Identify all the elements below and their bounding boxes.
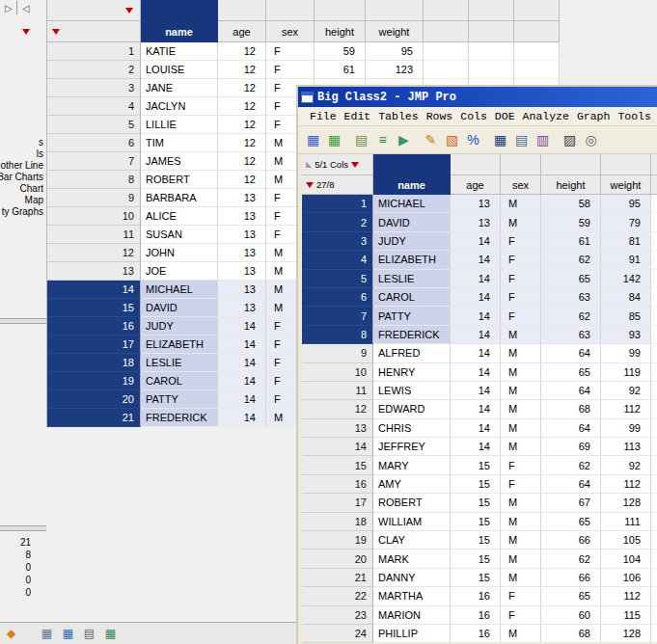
cell-empty[interactable]: [651, 195, 657, 213]
menu-item[interactable]: Graph: [573, 108, 615, 124]
row-number[interactable]: 6: [47, 134, 141, 152]
column-header-sex[interactable]: sex: [501, 175, 541, 195]
cell-sex[interactable]: M: [501, 195, 541, 213]
cell-height[interactable]: 64: [541, 475, 601, 494]
cell-name[interactable]: HENRY: [373, 363, 451, 382]
row-number[interactable]: 6: [302, 288, 373, 307]
column-header-sex[interactable]: sex: [266, 21, 315, 42]
cell-height[interactable]: 68: [541, 400, 601, 418]
cell-age[interactable]: 14: [451, 363, 501, 382]
cell-name[interactable]: MICHAEL: [141, 281, 218, 299]
rows-menu-triangle-icon[interactable]: [52, 29, 60, 35]
cell-weight[interactable]: 95: [601, 195, 651, 213]
cell-name[interactable]: MARION: [373, 606, 451, 625]
cell-empty[interactable]: [651, 270, 657, 288]
cell-name[interactable]: CHRIS: [373, 419, 451, 438]
cell-weight[interactable]: 113: [601, 438, 651, 456]
row-number[interactable]: 3: [47, 79, 141, 97]
cell-name[interactable]: CLAY: [373, 531, 451, 550]
cell-sex[interactable]: M: [501, 531, 541, 550]
script-item[interactable]: other Line: [1, 160, 46, 172]
row-number[interactable]: 7: [47, 152, 141, 171]
column-header-name[interactable]: name: [141, 21, 218, 42]
cell-height[interactable]: 59: [541, 213, 601, 231]
cell-sex[interactable]: M: [501, 550, 541, 568]
row-number[interactable]: 11: [47, 226, 141, 244]
cell-age[interactable]: 16: [451, 587, 501, 605]
menu-item[interactable]: Analyze: [519, 108, 573, 124]
cell-age[interactable]: 12: [218, 97, 266, 116]
row-number[interactable]: 13: [302, 419, 373, 438]
cell-age[interactable]: 16: [451, 606, 501, 625]
cell-name[interactable]: DAVID: [141, 299, 218, 317]
cell-name[interactable]: TIM: [141, 134, 218, 152]
name-column-strip[interactable]: [141, 0, 218, 21]
row-number[interactable]: 5: [302, 270, 373, 288]
age-column-strip[interactable]: [451, 154, 501, 175]
cell-age[interactable]: 14: [218, 372, 266, 390]
table-panel-menu-triangle-icon[interactable]: [22, 29, 30, 35]
cell-height[interactable]: 65: [541, 513, 601, 531]
cell-sex[interactable]: M: [501, 569, 541, 587]
row-number[interactable]: 14: [302, 438, 373, 456]
cell-empty[interactable]: [651, 513, 657, 531]
cell-name[interactable]: MARTHA: [373, 587, 451, 605]
script-item[interactable]: ls: [37, 148, 46, 160]
cell-age[interactable]: 14: [451, 307, 501, 325]
cell-name[interactable]: DAVID: [373, 213, 451, 231]
menu-item[interactable]: Rows: [423, 108, 457, 124]
cell-age[interactable]: 14: [218, 354, 266, 372]
row-number[interactable]: 21: [47, 409, 141, 427]
cell-empty[interactable]: [651, 625, 657, 643]
table-window-icon[interactable]: ▦: [102, 626, 119, 642]
cell-name[interactable]: FREDERICK: [373, 326, 451, 344]
cell-weight[interactable]: 128: [601, 625, 651, 643]
cell-name[interactable]: BARBARA: [141, 189, 218, 207]
cell-name[interactable]: ROBERT: [373, 494, 451, 512]
cell-empty[interactable]: [651, 494, 657, 512]
cell-name[interactable]: PATTY: [141, 390, 218, 409]
column-header-age[interactable]: age: [451, 175, 501, 195]
cell-sex[interactable]: M: [501, 625, 541, 643]
cell-age[interactable]: 14: [218, 409, 266, 427]
cell-name[interactable]: LOUISE: [141, 61, 218, 79]
cell-sex[interactable]: F: [501, 587, 541, 605]
cell-sex[interactable]: M: [501, 513, 541, 531]
cell-weight[interactable]: 99: [601, 419, 651, 438]
menu-item[interactable]: Edit: [341, 108, 375, 124]
script-item[interactable]: ty Graphs: [2, 206, 46, 218]
weight-column-strip[interactable]: [366, 0, 424, 21]
cell-sex[interactable]: M: [501, 344, 541, 362]
cell-age[interactable]: 15: [451, 513, 501, 531]
cell-empty[interactable]: [651, 288, 657, 307]
cell-empty[interactable]: [651, 587, 657, 605]
cell-empty[interactable]: [651, 419, 657, 438]
cell-age[interactable]: 13: [218, 262, 266, 281]
row-number[interactable]: 4: [302, 251, 373, 269]
cell-weight[interactable]: 115: [601, 606, 651, 625]
cell-height[interactable]: 67: [541, 494, 601, 512]
row-number[interactable]: 20: [47, 390, 141, 409]
window-table-icon[interactable]: ▦: [39, 626, 55, 642]
cell-age[interactable]: 14: [451, 288, 501, 307]
cell-height[interactable]: 69: [541, 438, 601, 456]
cell-height[interactable]: 65: [541, 270, 601, 288]
cell-sex[interactable]: F: [501, 270, 541, 288]
height-column-strip[interactable]: [541, 154, 601, 175]
column-header-empty[interactable]: [424, 21, 469, 42]
cell-empty[interactable]: [651, 456, 657, 474]
cell-age[interactable]: 13: [218, 244, 266, 262]
cell-height[interactable]: 62: [541, 251, 601, 269]
cell-weight[interactable]: 123: [366, 61, 424, 79]
cell-age[interactable]: 14: [451, 382, 501, 400]
cell-height[interactable]: 62: [541, 456, 601, 474]
cell-age[interactable]: 12: [218, 152, 266, 171]
cell-age[interactable]: 13: [218, 281, 266, 299]
run-script-icon[interactable]: ▶: [394, 130, 414, 150]
cell-name[interactable]: DANNY: [373, 569, 451, 587]
row-number[interactable]: 12: [47, 244, 141, 262]
cell-empty[interactable]: [651, 400, 657, 418]
cell-name[interactable]: JOHN: [141, 244, 218, 262]
cell-age[interactable]: 13: [218, 207, 266, 226]
row-number[interactable]: 4: [47, 97, 141, 116]
